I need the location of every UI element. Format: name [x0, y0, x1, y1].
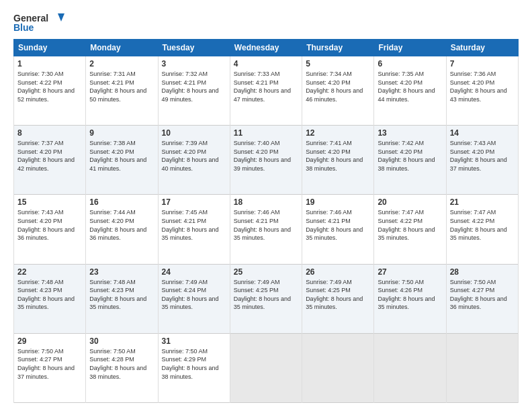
calendar-cell: 9Sunrise: 7:38 AMSunset: 4:20 PMDaylight…: [86, 126, 158, 195]
calendar-week: 15Sunrise: 7:43 AMSunset: 4:20 PMDayligh…: [14, 195, 519, 264]
day-info: Sunrise: 7:43 AMSunset: 4:20 PMDaylight:…: [17, 208, 82, 242]
calendar-cell: 3Sunrise: 7:32 AMSunset: 4:21 PMDaylight…: [158, 56, 230, 126]
calendar-cell: 17Sunrise: 7:45 AMSunset: 4:21 PMDayligh…: [158, 195, 230, 264]
logo-svg: General Blue: [13, 11, 67, 35]
calendar-cell: 12Sunrise: 7:41 AMSunset: 4:20 PMDayligh…: [302, 126, 374, 195]
day-info: Sunrise: 7:31 AMSunset: 4:21 PMDaylight:…: [89, 70, 154, 103]
header-day: Friday: [374, 40, 446, 56]
calendar-table: SundayMondayTuesdayWednesdayThursdayFrid…: [13, 39, 519, 403]
calendar-cell: 31Sunrise: 7:50 AMSunset: 4:29 PMDayligh…: [158, 333, 230, 402]
day-info: Sunrise: 7:46 AMSunset: 4:21 PMDaylight:…: [306, 208, 370, 242]
calendar-cell: [230, 333, 302, 402]
calendar-cell: 21Sunrise: 7:47 AMSunset: 4:22 PMDayligh…: [446, 195, 518, 264]
day-info: Sunrise: 7:34 AMSunset: 4:20 PMDaylight:…: [306, 70, 370, 103]
header-day: Tuesday: [158, 40, 230, 56]
header: General Blue: [13, 11, 519, 35]
day-number: 28: [450, 267, 515, 277]
calendar-cell: 24Sunrise: 7:49 AMSunset: 4:24 PMDayligh…: [158, 264, 230, 333]
day-number: 21: [450, 197, 515, 207]
header-row: SundayMondayTuesdayWednesdayThursdayFrid…: [14, 40, 519, 56]
day-number: 4: [234, 59, 298, 68]
calendar-cell: 30Sunrise: 7:50 AMSunset: 4:28 PMDayligh…: [86, 333, 158, 402]
day-number: 26: [306, 267, 370, 277]
day-info: Sunrise: 7:50 AMSunset: 4:27 PMDaylight:…: [450, 278, 515, 312]
day-number: 20: [378, 197, 442, 207]
day-number: 7: [450, 59, 515, 68]
day-number: 25: [234, 267, 298, 277]
svg-marker-2: [58, 13, 64, 21]
header-day: Monday: [86, 40, 158, 56]
calendar-cell: 8Sunrise: 7:37 AMSunset: 4:20 PMDaylight…: [14, 126, 86, 195]
calendar-cell: 23Sunrise: 7:48 AMSunset: 4:23 PMDayligh…: [86, 264, 158, 333]
day-number: 13: [378, 128, 442, 138]
day-info: Sunrise: 7:47 AMSunset: 4:22 PMDaylight:…: [450, 208, 515, 242]
calendar-week: 29Sunrise: 7:50 AMSunset: 4:27 PMDayligh…: [14, 333, 519, 402]
calendar-cell: 10Sunrise: 7:39 AMSunset: 4:20 PMDayligh…: [158, 126, 230, 195]
day-number: 6: [378, 59, 442, 68]
day-info: Sunrise: 7:49 AMSunset: 4:25 PMDaylight:…: [306, 278, 370, 312]
day-info: Sunrise: 7:47 AMSunset: 4:22 PMDaylight:…: [378, 208, 442, 242]
page: General Blue SundayMondayTuesdayWednesda…: [0, 0, 532, 411]
day-number: 9: [89, 128, 154, 138]
calendar-cell: 29Sunrise: 7:50 AMSunset: 4:27 PMDayligh…: [14, 333, 86, 402]
day-number: 30: [89, 336, 154, 346]
day-number: 2: [89, 59, 154, 68]
day-info: Sunrise: 7:44 AMSunset: 4:20 PMDaylight:…: [89, 208, 154, 242]
day-info: Sunrise: 7:32 AMSunset: 4:21 PMDaylight:…: [162, 70, 226, 103]
day-number: 1: [17, 59, 82, 68]
day-number: 18: [234, 197, 298, 207]
day-info: Sunrise: 7:50 AMSunset: 4:27 PMDaylight:…: [17, 347, 82, 381]
day-info: Sunrise: 7:50 AMSunset: 4:26 PMDaylight:…: [378, 278, 442, 312]
day-number: 5: [306, 59, 370, 68]
day-info: Sunrise: 7:46 AMSunset: 4:21 PMDaylight:…: [234, 208, 298, 242]
day-info: Sunrise: 7:50 AMSunset: 4:29 PMDaylight:…: [162, 347, 226, 381]
calendar-week: 8Sunrise: 7:37 AMSunset: 4:20 PMDaylight…: [14, 126, 519, 195]
header-day: Sunday: [14, 40, 86, 56]
day-info: Sunrise: 7:37 AMSunset: 4:20 PMDaylight:…: [17, 139, 82, 173]
day-number: 10: [162, 128, 226, 138]
calendar-cell: [374, 333, 446, 402]
day-number: 16: [89, 197, 154, 207]
header-day: Thursday: [302, 40, 374, 56]
day-info: Sunrise: 7:40 AMSunset: 4:20 PMDaylight:…: [234, 139, 298, 173]
day-number: 17: [162, 197, 226, 207]
day-number: 27: [378, 267, 442, 277]
day-info: Sunrise: 7:50 AMSunset: 4:28 PMDaylight:…: [89, 347, 154, 381]
day-info: Sunrise: 7:36 AMSunset: 4:20 PMDaylight:…: [450, 70, 515, 103]
day-number: 23: [89, 267, 154, 277]
calendar-cell: [446, 333, 518, 402]
logo: General Blue: [13, 11, 67, 35]
day-info: Sunrise: 7:30 AMSunset: 4:22 PMDaylight:…: [17, 70, 82, 103]
day-number: 24: [162, 267, 226, 277]
calendar-week: 22Sunrise: 7:48 AMSunset: 4:23 PMDayligh…: [14, 264, 519, 333]
calendar-cell: 13Sunrise: 7:42 AMSunset: 4:20 PMDayligh…: [374, 126, 446, 195]
calendar-cell: 20Sunrise: 7:47 AMSunset: 4:22 PMDayligh…: [374, 195, 446, 264]
calendar-cell: [302, 333, 374, 402]
day-info: Sunrise: 7:42 AMSunset: 4:20 PMDaylight:…: [378, 139, 442, 173]
day-info: Sunrise: 7:43 AMSunset: 4:20 PMDaylight:…: [450, 139, 515, 173]
day-info: Sunrise: 7:33 AMSunset: 4:21 PMDaylight:…: [234, 70, 298, 103]
header-day: Wednesday: [230, 40, 302, 56]
day-info: Sunrise: 7:48 AMSunset: 4:23 PMDaylight:…: [17, 278, 82, 312]
calendar-week: 1Sunrise: 7:30 AMSunset: 4:22 PMDaylight…: [14, 56, 519, 126]
calendar-cell: 1Sunrise: 7:30 AMSunset: 4:22 PMDaylight…: [14, 56, 86, 126]
day-number: 8: [17, 128, 82, 138]
calendar-cell: 16Sunrise: 7:44 AMSunset: 4:20 PMDayligh…: [86, 195, 158, 264]
calendar-cell: 18Sunrise: 7:46 AMSunset: 4:21 PMDayligh…: [230, 195, 302, 264]
day-number: 15: [17, 197, 82, 207]
calendar-cell: 2Sunrise: 7:31 AMSunset: 4:21 PMDaylight…: [86, 56, 158, 126]
day-number: 22: [17, 267, 82, 277]
day-number: 12: [306, 128, 370, 138]
calendar-cell: 14Sunrise: 7:43 AMSunset: 4:20 PMDayligh…: [446, 126, 518, 195]
day-number: 29: [17, 336, 82, 346]
header-day: Saturday: [446, 40, 518, 56]
calendar-cell: 6Sunrise: 7:35 AMSunset: 4:20 PMDaylight…: [374, 56, 446, 126]
calendar-cell: 5Sunrise: 7:34 AMSunset: 4:20 PMDaylight…: [302, 56, 374, 126]
day-number: 19: [306, 197, 370, 207]
day-number: 14: [450, 128, 515, 138]
day-info: Sunrise: 7:49 AMSunset: 4:24 PMDaylight:…: [162, 278, 226, 312]
svg-text:Blue: Blue: [13, 22, 34, 33]
calendar-cell: 26Sunrise: 7:49 AMSunset: 4:25 PMDayligh…: [302, 264, 374, 333]
calendar: SundayMondayTuesdayWednesdayThursdayFrid…: [13, 39, 519, 403]
day-number: 31: [162, 336, 226, 346]
